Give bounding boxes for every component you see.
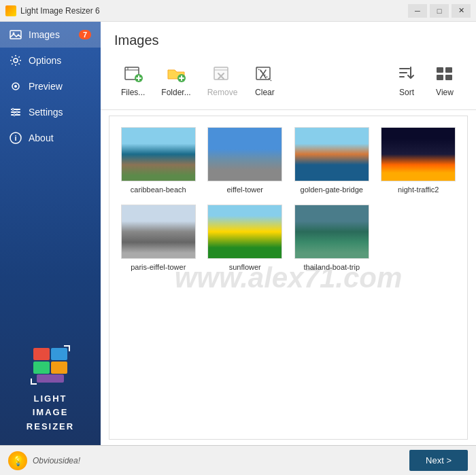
svg-rect-16 bbox=[51, 362, 67, 374]
content-header: Images Files... bbox=[101, 22, 476, 110]
title-bar-controls: ─ □ ✕ bbox=[408, 4, 471, 18]
image-thumb-golden-gate-bridge bbox=[294, 127, 369, 181]
image-label-night-traffic2: night-traffic2 bbox=[398, 186, 439, 194]
svg-text:i: i bbox=[14, 134, 16, 142]
image-label-paris-eiffel-tower: paris-eiffel-tower bbox=[131, 263, 186, 271]
close-button[interactable]: ✕ bbox=[452, 4, 471, 18]
sidebar-item-about[interactable]: i About bbox=[0, 125, 101, 151]
next-button[interactable]: Next > bbox=[409, 450, 468, 471]
svg-rect-23 bbox=[437, 67, 443, 73]
footer-logo-icon: 💡 bbox=[8, 451, 27, 470]
images-grid: caribbean-beacheiffel-towergolden-gate-b… bbox=[120, 127, 456, 271]
image-thumb-paris-eiffel-tower bbox=[121, 205, 196, 259]
page-title: Images bbox=[114, 33, 462, 48]
svg-rect-21 bbox=[214, 67, 228, 80]
minimize-button[interactable]: ─ bbox=[408, 4, 427, 18]
sort-button[interactable]: Sort bbox=[389, 59, 424, 101]
sort-icon bbox=[396, 63, 418, 85]
logo-text: LIGHT IMAGE RESIZER bbox=[27, 392, 74, 434]
image-thumb-thailand-boat-trip bbox=[294, 205, 369, 259]
image-label-thailand-boat-trip: thailand-boat-trip bbox=[303, 263, 360, 271]
remove-icon bbox=[211, 63, 233, 85]
sidebar-item-images[interactable]: Images 7 bbox=[0, 22, 101, 48]
image-thumb-night-traffic2 bbox=[381, 127, 456, 181]
svg-point-10 bbox=[14, 114, 16, 116]
settings-icon bbox=[10, 106, 22, 118]
svg-point-8 bbox=[12, 109, 14, 111]
view-icon bbox=[434, 63, 456, 85]
options-icon bbox=[10, 54, 22, 67]
sidebar-logo: LIGHT IMAGE RESIZER bbox=[0, 331, 101, 445]
view-button[interactable]: View bbox=[427, 59, 462, 101]
remove-button[interactable]: Remove bbox=[201, 59, 245, 101]
image-label-caribbean-beach: caribbean-beach bbox=[131, 186, 186, 194]
footer-logo-text: Obviousidea! bbox=[33, 456, 80, 465]
image-item-paris-eiffel-tower[interactable]: paris-eiffel-tower bbox=[120, 205, 197, 271]
title-bar: Light Image Resizer 6 ─ □ ✕ bbox=[0, 0, 476, 22]
app-icon bbox=[5, 5, 16, 16]
images-container: www.alex71.com caribbean-beacheiffel-tow… bbox=[109, 116, 468, 440]
svg-point-9 bbox=[16, 111, 18, 113]
svg-rect-0 bbox=[10, 31, 21, 39]
about-icon: i bbox=[10, 132, 22, 144]
svg-point-4 bbox=[14, 85, 17, 88]
svg-rect-25 bbox=[437, 75, 443, 80]
image-label-sunflower: sunflower bbox=[229, 263, 261, 271]
sidebar-item-settings[interactable]: Settings bbox=[0, 99, 101, 125]
svg-rect-24 bbox=[445, 67, 452, 73]
toolbar-right: Sort View bbox=[389, 59, 462, 101]
svg-rect-17 bbox=[37, 374, 64, 383]
preview-label: Preview bbox=[29, 81, 63, 92]
image-thumb-eiffel-tower bbox=[207, 127, 282, 181]
options-label: Options bbox=[29, 55, 61, 66]
svg-rect-13 bbox=[33, 348, 50, 360]
image-item-sunflower[interactable]: sunflower bbox=[207, 205, 284, 271]
images-label: Images bbox=[29, 29, 60, 40]
image-item-eiffel-tower[interactable]: eiffel-tower bbox=[207, 127, 284, 194]
clear-icon bbox=[254, 63, 275, 85]
folder-icon bbox=[165, 63, 187, 85]
images-badge: 7 bbox=[79, 30, 91, 39]
folder-button[interactable]: Folder... bbox=[154, 59, 197, 101]
sidebar: Images 7 Options Preview bbox=[0, 22, 101, 445]
images-icon bbox=[10, 29, 22, 41]
maximize-button[interactable]: □ bbox=[430, 4, 449, 18]
image-item-caribbean-beach[interactable]: caribbean-beach bbox=[120, 127, 197, 194]
sidebar-item-preview[interactable]: Preview bbox=[0, 73, 101, 99]
footer: 💡 Obviousidea! Next > bbox=[0, 445, 476, 475]
files-icon bbox=[122, 63, 144, 85]
preview-icon bbox=[10, 80, 22, 92]
image-item-night-traffic2[interactable]: night-traffic2 bbox=[381, 127, 457, 194]
content-area: Images Files... bbox=[101, 22, 476, 445]
image-label-eiffel-tower: eiffel-tower bbox=[226, 186, 263, 194]
image-thumb-caribbean-beach bbox=[121, 127, 196, 181]
files-button[interactable]: Files... bbox=[114, 59, 152, 101]
footer-logo: 💡 Obviousidea! bbox=[8, 451, 80, 470]
sidebar-item-options[interactable]: Options bbox=[0, 48, 101, 73]
about-label: About bbox=[29, 133, 54, 143]
svg-rect-15 bbox=[33, 362, 50, 374]
image-label-golden-gate-bridge: golden-gate-bridge bbox=[301, 186, 363, 194]
image-thumb-sunflower bbox=[207, 205, 282, 259]
toolbar: Files... Folder... bbox=[114, 56, 462, 104]
svg-point-2 bbox=[14, 58, 18, 63]
svg-rect-26 bbox=[445, 75, 452, 80]
clear-button[interactable]: Clear bbox=[247, 59, 282, 101]
settings-label: Settings bbox=[29, 107, 63, 118]
image-item-golden-gate-bridge[interactable]: golden-gate-bridge bbox=[294, 127, 370, 194]
title-bar-text: Light Image Resizer 6 bbox=[20, 6, 408, 16]
logo-image bbox=[30, 345, 71, 385]
main-layout: Images 7 Options Preview bbox=[0, 22, 476, 445]
image-item-thailand-boat-trip[interactable]: thailand-boat-trip bbox=[294, 205, 370, 271]
svg-rect-14 bbox=[51, 348, 67, 360]
